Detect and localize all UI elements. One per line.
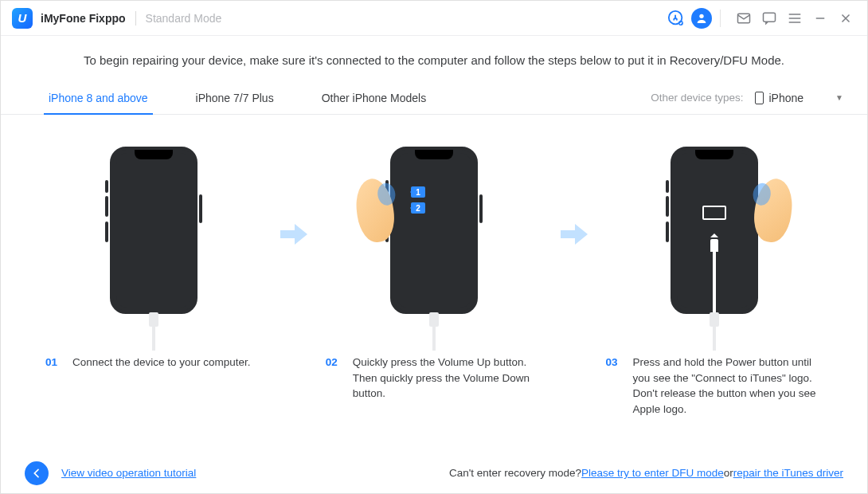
app-title: iMyFone Fixppo xyxy=(41,12,126,25)
phone-icon xyxy=(755,92,764,104)
step-2: 1 2 02 Quickly press the Volume Up butto… xyxy=(321,147,547,402)
svg-point-2 xyxy=(699,14,703,18)
mail-icon[interactable] xyxy=(733,8,754,29)
step-1-number: 01 xyxy=(45,355,63,370)
device-tabstrip: iPhone 8 and above iPhone 7/7 Plus Other… xyxy=(1,81,867,115)
tab-iphone-7[interactable]: iPhone 7/7 Plus xyxy=(172,81,298,114)
volume-up-badge: 1 xyxy=(411,186,425,198)
footer: View video operation tutorial Can't ente… xyxy=(1,452,867,493)
step-2-text: Quickly press the Volume Up button. Then… xyxy=(353,355,542,402)
step-3-text: Press and hold the Power button until yo… xyxy=(633,355,823,417)
menu-icon[interactable] xyxy=(784,8,805,29)
main-instruction: To begin repairing your device, make sur… xyxy=(1,36,867,81)
arrow-1 xyxy=(275,147,312,322)
title-separator xyxy=(135,11,136,25)
minimize-button[interactable] xyxy=(810,8,831,29)
back-button[interactable] xyxy=(25,461,49,485)
step-2-illustration: 1 2 xyxy=(374,147,494,334)
device-type-select[interactable]: iPhone ▼ xyxy=(755,92,844,104)
account-icon[interactable] xyxy=(691,8,712,29)
svg-rect-4 xyxy=(764,13,776,22)
device-select-value: iPhone xyxy=(769,92,804,104)
video-tutorial-link[interactable]: View video operation tutorial xyxy=(61,467,196,479)
step-3-number: 03 xyxy=(606,355,624,417)
steps-row: 01 Connect the device to your computer. … xyxy=(1,115,867,452)
connect-to-itunes-icon xyxy=(702,206,726,316)
volume-down-badge: 2 xyxy=(411,202,425,214)
app-window: U iMyFone Fixppo Standard Mode xyxy=(0,0,868,494)
step-1-text: Connect the device to your computer. xyxy=(72,355,251,370)
tab-other-iphone[interactable]: Other iPhone Models xyxy=(298,81,451,114)
step-1-illustration xyxy=(94,147,213,334)
step-3: 03 Press and hold the Power button until… xyxy=(601,147,827,417)
enter-dfu-link[interactable]: Please try to enter DFU mode xyxy=(581,467,724,479)
titlebar: U iMyFone Fixppo Standard Mode xyxy=(1,1,867,36)
repair-driver-link[interactable]: repair the iTunes driver xyxy=(733,467,843,479)
footer-help-text: Can't enter recovery mode? xyxy=(449,467,581,479)
other-device-types-label: Other device types: xyxy=(651,92,743,104)
tab-iphone-8-above[interactable]: iPhone 8 and above xyxy=(25,81,172,114)
feedback-icon[interactable] xyxy=(759,8,780,29)
step-2-number: 02 xyxy=(326,355,343,402)
step-3-illustration xyxy=(655,147,774,334)
footer-or: or xyxy=(724,467,733,479)
mode-label: Standard Mode xyxy=(146,12,222,25)
close-button[interactable] xyxy=(835,8,856,29)
chevron-down-icon: ▼ xyxy=(835,93,843,102)
app-logo-icon: U xyxy=(12,8,33,29)
step-1: 01 Connect the device to your computer. xyxy=(41,147,267,370)
titlebar-divider xyxy=(720,10,721,27)
arrow-2 xyxy=(555,147,592,322)
thumb-icon xyxy=(750,176,796,245)
itunes-search-icon[interactable] xyxy=(666,8,686,29)
